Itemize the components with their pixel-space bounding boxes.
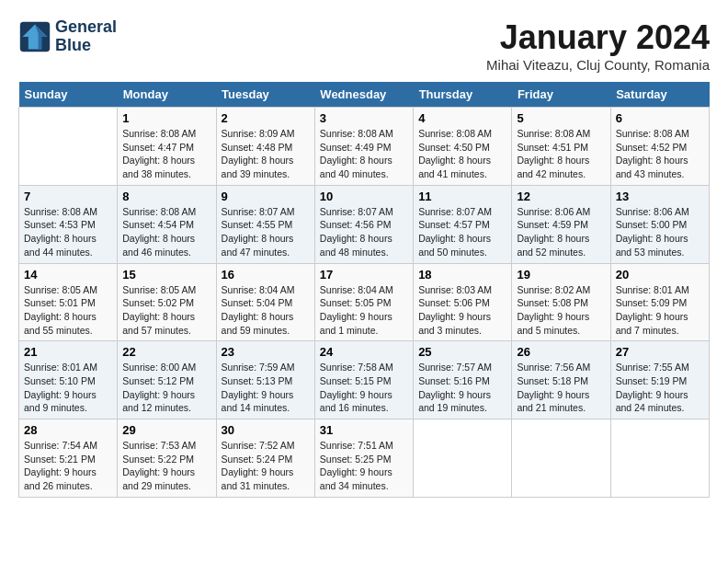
calendar-cell: 2Sunrise: 8:09 AM Sunset: 4:48 PM Daylig… — [216, 108, 314, 186]
calendar-cell: 30Sunrise: 7:52 AM Sunset: 5:24 PM Dayli… — [216, 419, 314, 498]
calendar-cell: 10Sunrise: 8:07 AM Sunset: 4:56 PM Dayli… — [314, 185, 413, 263]
calendar-cell — [610, 419, 709, 498]
day-info: Sunrise: 8:07 AM Sunset: 4:55 PM Dayligh… — [222, 205, 310, 259]
day-info: Sunrise: 8:04 AM Sunset: 5:04 PM Dayligh… — [222, 283, 310, 338]
day-info: Sunrise: 8:06 AM Sunset: 4:59 PM Dayligh… — [517, 205, 605, 259]
day-number: 11 — [418, 190, 506, 203]
calendar-week-row: 14Sunrise: 8:05 AM Sunset: 5:01 PM Dayli… — [19, 263, 710, 341]
page-header: General Blue January 2024 Mihai Viteazu,… — [18, 18, 710, 73]
day-number: 7 — [24, 190, 112, 203]
calendar-cell: 13Sunrise: 8:06 AM Sunset: 5:00 PM Dayli… — [610, 185, 709, 263]
day-number: 6 — [616, 111, 704, 125]
day-number: 17 — [320, 268, 408, 282]
calendar-cell: 3Sunrise: 8:08 AM Sunset: 4:49 PM Daylig… — [314, 108, 413, 186]
day-number: 23 — [222, 345, 310, 359]
day-info: Sunrise: 8:08 AM Sunset: 4:54 PM Dayligh… — [122, 205, 210, 259]
calendar-week-row: 28Sunrise: 7:54 AM Sunset: 5:21 PM Dayli… — [19, 419, 710, 498]
calendar-cell: 28Sunrise: 7:54 AM Sunset: 5:21 PM Dayli… — [19, 419, 118, 498]
calendar-cell: 16Sunrise: 8:04 AM Sunset: 5:04 PM Dayli… — [216, 263, 314, 341]
day-number: 18 — [418, 268, 506, 282]
day-number: 2 — [222, 111, 310, 125]
day-info: Sunrise: 7:57 AM Sunset: 5:16 PM Dayligh… — [418, 361, 506, 415]
calendar-cell — [512, 419, 610, 498]
month-title: January 2024 — [486, 18, 710, 57]
calendar-week-row: 21Sunrise: 8:01 AM Sunset: 5:10 PM Dayli… — [19, 341, 710, 419]
day-info: Sunrise: 8:06 AM Sunset: 5:00 PM Dayligh… — [616, 205, 704, 259]
calendar-cell: 23Sunrise: 7:59 AM Sunset: 5:13 PM Dayli… — [216, 341, 314, 419]
day-info: Sunrise: 8:00 AM Sunset: 5:12 PM Dayligh… — [122, 361, 210, 415]
day-info: Sunrise: 8:03 AM Sunset: 5:06 PM Dayligh… — [418, 283, 506, 338]
day-info: Sunrise: 7:55 AM Sunset: 5:19 PM Dayligh… — [616, 361, 704, 415]
calendar-week-row: 7Sunrise: 8:08 AM Sunset: 4:53 PM Daylig… — [19, 185, 710, 263]
day-number: 13 — [616, 190, 704, 203]
weekday-header-saturday: Saturday — [610, 82, 709, 108]
day-number: 22 — [122, 345, 210, 359]
weekday-header-sunday: Sunday — [19, 82, 118, 108]
day-number: 26 — [517, 345, 605, 359]
calendar-cell: 31Sunrise: 7:51 AM Sunset: 5:25 PM Dayli… — [314, 419, 413, 498]
day-number: 30 — [222, 423, 310, 437]
calendar-cell: 21Sunrise: 8:01 AM Sunset: 5:10 PM Dayli… — [19, 341, 118, 419]
day-info: Sunrise: 7:52 AM Sunset: 5:24 PM Dayligh… — [222, 439, 310, 493]
day-number: 29 — [122, 423, 210, 437]
weekday-header-monday: Monday — [118, 82, 216, 108]
day-info: Sunrise: 7:51 AM Sunset: 5:25 PM Dayligh… — [320, 439, 408, 493]
calendar-cell: 1Sunrise: 8:08 AM Sunset: 4:47 PM Daylig… — [118, 108, 216, 186]
calendar-cell: 25Sunrise: 7:57 AM Sunset: 5:16 PM Dayli… — [414, 341, 512, 419]
calendar-cell: 12Sunrise: 8:06 AM Sunset: 4:59 PM Dayli… — [512, 185, 610, 263]
day-number: 3 — [320, 111, 408, 125]
calendar-week-row: 1Sunrise: 8:08 AM Sunset: 4:47 PM Daylig… — [19, 108, 710, 186]
day-number: 27 — [616, 345, 704, 359]
calendar-cell — [19, 108, 118, 186]
calendar-table: SundayMondayTuesdayWednesdayThursdayFrid… — [18, 82, 710, 498]
weekday-header-tuesday: Tuesday — [216, 82, 314, 108]
day-number: 4 — [418, 111, 506, 125]
day-info: Sunrise: 7:59 AM Sunset: 5:13 PM Dayligh… — [222, 361, 310, 415]
day-info: Sunrise: 8:01 AM Sunset: 5:09 PM Dayligh… — [616, 283, 704, 338]
day-info: Sunrise: 8:08 AM Sunset: 4:52 PM Dayligh… — [616, 127, 704, 181]
day-number: 31 — [320, 423, 408, 437]
calendar-cell: 18Sunrise: 8:03 AM Sunset: 5:06 PM Dayli… — [414, 263, 512, 341]
day-number: 28 — [24, 423, 112, 437]
calendar-cell: 22Sunrise: 8:00 AM Sunset: 5:12 PM Dayli… — [118, 341, 216, 419]
day-number: 20 — [616, 268, 704, 282]
day-info: Sunrise: 8:05 AM Sunset: 5:02 PM Dayligh… — [122, 283, 210, 338]
calendar-cell: 7Sunrise: 8:08 AM Sunset: 4:53 PM Daylig… — [19, 185, 118, 263]
weekday-header-thursday: Thursday — [414, 82, 512, 108]
location-subtitle: Mihai Viteazu, Cluj County, Romania — [486, 57, 710, 73]
day-number: 12 — [517, 190, 605, 203]
day-info: Sunrise: 8:04 AM Sunset: 5:05 PM Dayligh… — [320, 283, 408, 338]
weekday-header-friday: Friday — [512, 82, 610, 108]
day-number: 16 — [222, 268, 310, 282]
calendar-cell: 15Sunrise: 8:05 AM Sunset: 5:02 PM Dayli… — [118, 263, 216, 341]
calendar-cell: 17Sunrise: 8:04 AM Sunset: 5:05 PM Dayli… — [314, 263, 413, 341]
day-info: Sunrise: 8:08 AM Sunset: 4:53 PM Dayligh… — [24, 205, 112, 259]
logo: General Blue — [18, 18, 117, 55]
calendar-cell: 26Sunrise: 7:56 AM Sunset: 5:18 PM Dayli… — [512, 341, 610, 419]
day-number: 9 — [222, 190, 310, 203]
calendar-cell: 20Sunrise: 8:01 AM Sunset: 5:09 PM Dayli… — [610, 263, 709, 341]
day-info: Sunrise: 8:07 AM Sunset: 4:57 PM Dayligh… — [418, 205, 506, 259]
day-number: 19 — [517, 268, 605, 282]
weekday-header-row: SundayMondayTuesdayWednesdayThursdayFrid… — [19, 82, 710, 108]
calendar-cell: 19Sunrise: 8:02 AM Sunset: 5:08 PM Dayli… — [512, 263, 610, 341]
day-info: Sunrise: 7:54 AM Sunset: 5:21 PM Dayligh… — [24, 439, 112, 493]
day-info: Sunrise: 8:08 AM Sunset: 4:50 PM Dayligh… — [418, 127, 506, 181]
day-number: 5 — [517, 111, 605, 125]
title-area: January 2024 Mihai Viteazu, Cluj County,… — [486, 18, 710, 73]
calendar-cell: 9Sunrise: 8:07 AM Sunset: 4:55 PM Daylig… — [216, 185, 314, 263]
day-number: 15 — [122, 268, 210, 282]
day-number: 25 — [418, 345, 506, 359]
weekday-header-wednesday: Wednesday — [314, 82, 413, 108]
calendar-cell: 8Sunrise: 8:08 AM Sunset: 4:54 PM Daylig… — [118, 185, 216, 263]
day-number: 14 — [24, 268, 112, 282]
calendar-cell: 24Sunrise: 7:58 AM Sunset: 5:15 PM Dayli… — [314, 341, 413, 419]
logo-text: General Blue — [55, 18, 117, 55]
day-info: Sunrise: 8:08 AM Sunset: 4:47 PM Dayligh… — [122, 127, 210, 181]
day-info: Sunrise: 8:01 AM Sunset: 5:10 PM Dayligh… — [24, 361, 112, 415]
calendar-cell: 6Sunrise: 8:08 AM Sunset: 4:52 PM Daylig… — [610, 108, 709, 186]
day-info: Sunrise: 7:53 AM Sunset: 5:22 PM Dayligh… — [122, 439, 210, 493]
day-info: Sunrise: 8:05 AM Sunset: 5:01 PM Dayligh… — [24, 283, 112, 338]
calendar-cell: 29Sunrise: 7:53 AM Sunset: 5:22 PM Dayli… — [118, 419, 216, 498]
calendar-cell: 5Sunrise: 8:08 AM Sunset: 4:51 PM Daylig… — [512, 108, 610, 186]
